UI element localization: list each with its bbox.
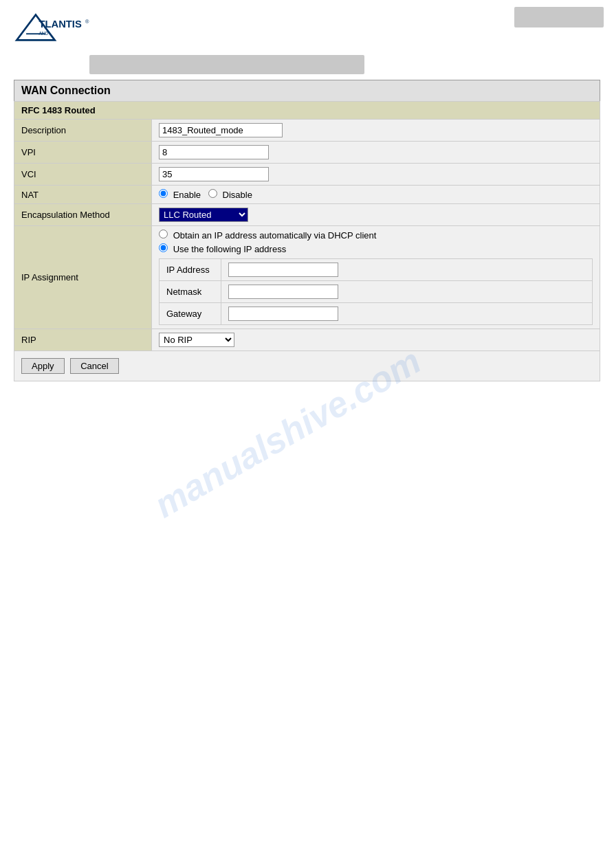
ip-address-input[interactable] [228,263,338,277]
svg-text:TLANTIS: TLANTIS [39,19,82,30]
cancel-button[interactable]: Cancel [70,358,118,374]
vpi-value-cell [152,142,600,164]
vpi-row: VPI [14,142,600,164]
rip-select[interactable]: No RIP RIP v1 RIP v2 [159,333,234,347]
header: TLANTIS AND ® [0,0,614,55]
svg-text:AND: AND [39,31,49,36]
vpi-label: VPI [14,142,152,164]
ip-dhcp-text: Obtain an IP address automatically via D… [173,230,377,241]
ip-assignment-value-cell: Obtain an IP address automatically via D… [152,226,600,329]
ip-dhcp-label[interactable]: Obtain an IP address automatically via D… [159,230,376,241]
ip-manual-option: Use the following IP address [159,243,593,254]
top-right-box [514,7,604,27]
buttons-row: Apply Cancel [14,351,600,381]
ip-dhcp-radio[interactable] [159,230,168,238]
section-title: WAN Connection [14,80,600,101]
vpi-input[interactable] [159,145,269,159]
main-content: WAN Connection RFC 1483 Routed Descripti… [0,80,614,381]
svg-text:®: ® [85,19,89,25]
ip-address-row: IP Address [160,259,593,281]
subheader-row: RFC 1483 Routed [14,102,600,120]
description-input[interactable] [159,123,283,137]
description-label: Description [14,120,152,142]
nat-disable-label[interactable]: Disable [208,190,252,200]
nat-row: NAT Enable Disable [14,186,600,204]
description-row: Description [14,120,600,142]
ip-assignment-row: IP Assignment Obtain an IP address autom… [14,226,600,329]
nat-enable-text: Enable [173,190,201,200]
rip-label: RIP [14,329,152,351]
logo-svg: TLANTIS AND ® [10,7,93,48]
ip-manual-radio[interactable] [159,243,168,252]
nat-disable-text: Disable [223,190,252,200]
gateway-row: Gateway [160,303,593,325]
logo-image: TLANTIS AND ® [10,7,93,48]
ip-address-input-cell [221,259,593,281]
nat-enable-radio[interactable] [159,189,168,198]
ip-assignment-label: IP Assignment [14,226,152,329]
subheader-cell: RFC 1483 Routed [14,102,600,120]
description-value-cell [152,120,600,142]
gateway-input[interactable] [228,307,338,321]
netmask-input-cell [221,281,593,303]
apply-button[interactable]: Apply [21,358,65,374]
nav-bar [89,55,364,74]
vci-row: VCI [14,164,600,186]
nat-value-cell: Enable Disable [152,186,600,204]
ip-manual-label[interactable]: Use the following IP address [159,244,286,254]
ip-sub-table: IP Address Netmask Gateway [159,258,593,325]
encap-value-cell: LLC Routed VC Routed [152,204,600,226]
nat-enable-label[interactable]: Enable [159,190,204,200]
netmask-label: Netmask [160,281,221,303]
encap-row: Encapsulation Method LLC Routed VC Route… [14,204,600,226]
form-table: RFC 1483 Routed Description VPI VCI NAT [14,101,600,351]
encap-select[interactable]: LLC Routed VC Routed [159,208,248,222]
ip-address-label: IP Address [160,259,221,281]
encap-label: Encapsulation Method [14,204,152,226]
nat-label: NAT [14,186,152,204]
nat-disable-radio[interactable] [208,189,217,198]
ip-manual-text: Use the following IP address [173,244,287,254]
vci-input[interactable] [159,167,269,181]
vci-label: VCI [14,164,152,186]
rip-row: RIP No RIP RIP v1 RIP v2 [14,329,600,351]
logo-area: TLANTIS AND ® [10,7,93,48]
netmask-row: Netmask [160,281,593,303]
vci-value-cell [152,164,600,186]
rip-value-cell: No RIP RIP v1 RIP v2 [152,329,600,351]
ip-dhcp-option: Obtain an IP address automatically via D… [159,230,593,241]
gateway-input-cell [221,303,593,325]
gateway-label: Gateway [160,303,221,325]
netmask-input[interactable] [228,285,338,299]
